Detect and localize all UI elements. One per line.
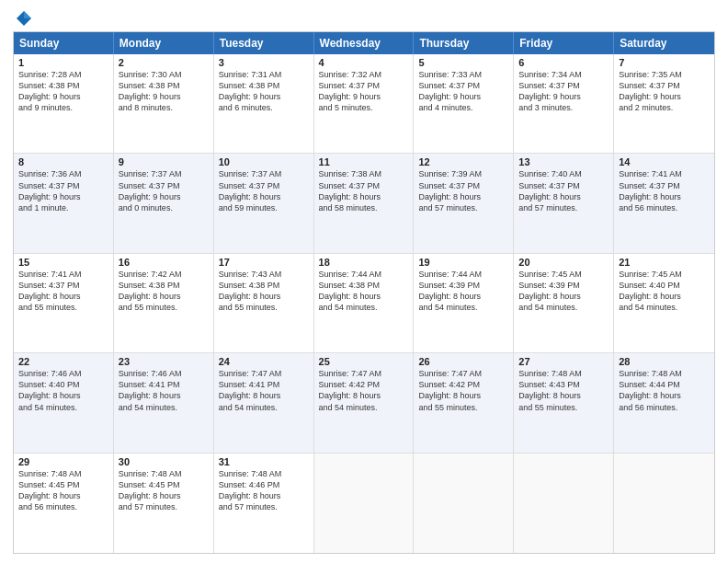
header-tuesday: Tuesday — [214, 32, 314, 54]
cell-text: Sunrise: 7:48 AM — [619, 368, 710, 379]
day-number: 7 — [619, 57, 710, 68]
header-thursday: Thursday — [414, 32, 514, 54]
table-row: 9Sunrise: 7:37 AMSunset: 4:37 PMDaylight… — [114, 154, 214, 252]
logo — [13, 9, 33, 28]
day-number: 12 — [418, 156, 508, 167]
table-row: 4Sunrise: 7:32 AMSunset: 4:37 PMDaylight… — [314, 54, 415, 153]
cell-text: and 54 minutes. — [219, 402, 309, 413]
table-row: 24Sunrise: 7:47 AMSunset: 4:41 PMDayligh… — [214, 353, 314, 452]
day-number: 5 — [418, 57, 508, 68]
cell-text: Sunrise: 7:43 AM — [219, 269, 309, 280]
cell-text: Sunset: 4:43 PM — [518, 379, 609, 390]
cell-text: Sunrise: 7:37 AM — [219, 168, 309, 179]
cell-text: Daylight: 9 hours — [418, 91, 508, 102]
cell-text: Sunrise: 7:34 AM — [518, 69, 609, 80]
cell-text: Sunrise: 7:45 AM — [619, 269, 710, 280]
cell-text: and 2 minutes. — [619, 102, 710, 113]
cell-text: Daylight: 9 hours — [18, 191, 108, 202]
cell-text: Sunset: 4:38 PM — [119, 80, 209, 91]
cell-text: Daylight: 9 hours — [119, 191, 209, 202]
header-monday: Monday — [114, 32, 214, 54]
cell-text: Daylight: 8 hours — [418, 291, 508, 302]
cell-text: and 55 minutes. — [119, 302, 209, 313]
cell-text: Sunrise: 7:47 AM — [219, 368, 309, 379]
cell-text: Daylight: 9 hours — [18, 91, 108, 102]
table-row: 3Sunrise: 7:31 AMSunset: 4:38 PMDaylight… — [214, 54, 314, 153]
calendar: Sunday Monday Tuesday Wednesday Thursday… — [13, 31, 715, 554]
table-row: 12Sunrise: 7:39 AMSunset: 4:37 PMDayligh… — [414, 154, 514, 252]
day-number: 30 — [119, 456, 209, 467]
day-number: 14 — [619, 156, 710, 167]
cell-text: Sunrise: 7:48 AM — [119, 468, 209, 479]
cell-text: Sunset: 4:37 PM — [518, 80, 609, 91]
table-row: 5Sunrise: 7:33 AMSunset: 4:37 PMDaylight… — [414, 54, 514, 153]
table-row: 21Sunrise: 7:45 AMSunset: 4:40 PMDayligh… — [614, 254, 714, 352]
day-number: 26 — [418, 356, 508, 367]
cell-text: and 8 minutes. — [119, 102, 209, 113]
day-number: 25 — [319, 356, 409, 367]
day-number: 24 — [219, 356, 309, 367]
calendar-row: 1Sunrise: 7:28 AMSunset: 4:38 PMDaylight… — [14, 54, 714, 154]
cell-text: Sunset: 4:40 PM — [18, 379, 108, 390]
calendar-row: 29Sunrise: 7:48 AMSunset: 4:45 PMDayligh… — [14, 454, 714, 553]
table-row: 11Sunrise: 7:38 AMSunset: 4:37 PMDayligh… — [314, 154, 415, 252]
cell-text: Sunset: 4:37 PM — [18, 280, 108, 291]
cell-text: and 9 minutes. — [18, 102, 108, 113]
cell-text: and 56 minutes. — [18, 501, 108, 512]
cell-text: and 54 minutes. — [18, 402, 108, 413]
table-row: 14Sunrise: 7:41 AMSunset: 4:37 PMDayligh… — [614, 154, 714, 252]
header-wednesday: Wednesday — [314, 32, 415, 54]
cell-text: Sunrise: 7:44 AM — [418, 269, 508, 280]
cell-text: Sunrise: 7:41 AM — [18, 269, 108, 280]
cell-text: Sunrise: 7:38 AM — [319, 168, 409, 179]
table-row: 13Sunrise: 7:40 AMSunset: 4:37 PMDayligh… — [514, 154, 614, 252]
cell-text: and 56 minutes. — [619, 402, 710, 413]
calendar-body: 1Sunrise: 7:28 AMSunset: 4:38 PMDaylight… — [14, 54, 714, 553]
header-sunday: Sunday — [14, 32, 114, 54]
cell-text: Sunrise: 7:33 AM — [418, 69, 508, 80]
cell-text: Sunrise: 7:45 AM — [518, 269, 609, 280]
cell-text: Sunrise: 7:31 AM — [219, 69, 309, 80]
day-number: 31 — [219, 456, 309, 467]
cell-text: and 54 minutes. — [518, 302, 609, 313]
table-row: 22Sunrise: 7:46 AMSunset: 4:40 PMDayligh… — [14, 353, 114, 452]
table-row: 29Sunrise: 7:48 AMSunset: 4:45 PMDayligh… — [14, 454, 114, 553]
day-number: 21 — [619, 257, 710, 268]
day-number: 28 — [619, 356, 710, 367]
cell-text: Sunset: 4:41 PM — [219, 379, 309, 390]
cell-text: Daylight: 8 hours — [18, 390, 108, 401]
day-number: 1 — [18, 57, 108, 68]
cell-text: Sunset: 4:37 PM — [18, 180, 108, 191]
cell-text: Sunrise: 7:35 AM — [619, 69, 710, 80]
day-number: 18 — [319, 257, 409, 268]
cell-text: Daylight: 8 hours — [18, 490, 108, 501]
cell-text: Daylight: 8 hours — [219, 191, 309, 202]
cell-text: and 6 minutes. — [219, 102, 309, 113]
cell-text: Sunset: 4:37 PM — [319, 80, 409, 91]
calendar-header: Sunday Monday Tuesday Wednesday Thursday… — [14, 32, 714, 54]
cell-text: Sunrise: 7:28 AM — [18, 69, 108, 80]
cell-text: Sunset: 4:40 PM — [619, 280, 710, 291]
cell-text: Sunset: 4:37 PM — [319, 180, 409, 191]
cell-text: Sunset: 4:39 PM — [518, 280, 609, 291]
cell-text: and 57 minutes. — [418, 202, 508, 213]
cell-text: and 56 minutes. — [619, 202, 710, 213]
cell-text: and 54 minutes. — [418, 302, 508, 313]
cell-text: Daylight: 8 hours — [418, 191, 508, 202]
table-row: 8Sunrise: 7:36 AMSunset: 4:37 PMDaylight… — [14, 154, 114, 252]
cell-text: Sunrise: 7:36 AM — [18, 168, 108, 179]
cell-text: Daylight: 8 hours — [518, 191, 609, 202]
cell-text: Daylight: 8 hours — [219, 291, 309, 302]
cell-text: Sunrise: 7:47 AM — [319, 368, 409, 379]
cell-text: Daylight: 8 hours — [319, 191, 409, 202]
cell-text: Daylight: 8 hours — [518, 291, 609, 302]
cell-text: Sunrise: 7:48 AM — [219, 468, 309, 479]
day-number: 22 — [18, 356, 108, 367]
table-row: 10Sunrise: 7:37 AMSunset: 4:37 PMDayligh… — [214, 154, 314, 252]
table-row — [514, 454, 614, 553]
cell-text: Sunrise: 7:47 AM — [418, 368, 508, 379]
cell-text: Sunset: 4:37 PM — [418, 180, 508, 191]
cell-text: Sunset: 4:37 PM — [119, 180, 209, 191]
cell-text: and 58 minutes. — [319, 202, 409, 213]
cell-text: Sunset: 4:41 PM — [119, 379, 209, 390]
